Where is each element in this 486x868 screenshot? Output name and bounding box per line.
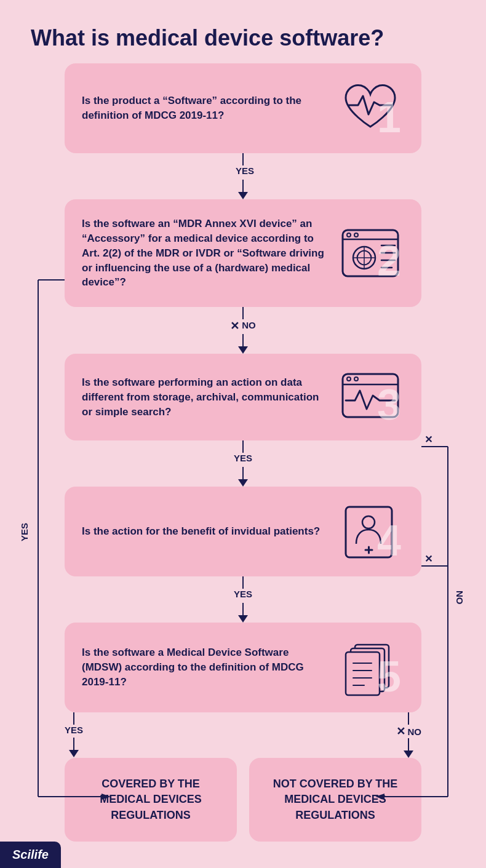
outcome-covered-text: COVERED BY THE MEDICAL DEVICES REGULATIO… <box>77 776 225 823</box>
outcomes-row: COVERED BY THE MEDICAL DEVICES REGULATIO… <box>65 758 421 842</box>
connector-1-2: YES <box>232 153 254 199</box>
step-5-number: 5 <box>377 655 401 698</box>
outcome-not-covered: NOT COVERED BY THE MEDICAL DEVICES REGUL… <box>249 758 421 842</box>
outcome-not-covered-text: NOT COVERED BY THE MEDICAL DEVICES REGUL… <box>261 776 409 823</box>
yes-label-4: YES <box>234 589 252 599</box>
step-5-wrapper: Is the software a Medical Device Softwar… <box>65 623 421 712</box>
footer: Scilife <box>0 842 61 868</box>
flowchart: Is the product a “Software” according to… <box>0 63 486 868</box>
step-5-question: Is the software a Medical Device Softwar… <box>82 645 337 689</box>
connector-2-3: ✕ NO <box>230 307 256 354</box>
step-2-question: Is the software an “MDR Annex XVI device… <box>82 217 337 290</box>
connector-3-4: YES <box>234 440 252 487</box>
step-2-wrapper: Is the software an “MDR Annex XVI device… <box>65 199 421 307</box>
step-4-number: 4 <box>377 519 401 562</box>
x-mark-2: ✕ <box>230 319 239 333</box>
no-label-2: NO <box>242 320 256 330</box>
yes-label-1: YES <box>236 165 254 176</box>
svg-point-13 <box>347 377 351 381</box>
step-4-box: Is the action for the benefit of invidua… <box>65 487 421 576</box>
connector-5-outcomes: YES ✕ NO <box>65 712 421 758</box>
step-4-icon: 4 <box>337 504 404 559</box>
yes-label-3: YES <box>234 453 252 463</box>
svg-rect-21 <box>346 652 380 695</box>
x-mark-5: ✕ <box>396 725 405 738</box>
page-title: What is medical device software? <box>0 0 486 63</box>
svg-point-14 <box>354 377 358 381</box>
step-3-icon: 3 <box>337 371 404 423</box>
step-3-question: Is the software performing an action on … <box>82 375 337 419</box>
step-3-wrapper: Is the software performing an action on … <box>65 354 421 440</box>
no-branch: ✕ NO <box>396 712 422 758</box>
step-1-question: Is the product a “Software” according to… <box>82 94 337 123</box>
step-3-box: Is the software performing an action on … <box>65 354 421 440</box>
yes-branch: YES <box>65 712 83 757</box>
no-label-5: NO <box>408 727 422 737</box>
step-1-number: 1 <box>377 96 401 139</box>
brand-name: Scilife <box>12 848 49 861</box>
step-5-icon: 5 <box>337 640 404 695</box>
step-4-question: Is the action for the benefit of invidua… <box>82 524 337 539</box>
connector-4-5: YES <box>234 576 252 623</box>
step-2-number: 2 <box>377 239 401 282</box>
svg-point-2 <box>347 233 351 237</box>
svg-point-16 <box>362 516 375 528</box>
yes-label-5: YES <box>65 725 83 735</box>
step-5-box: Is the software a Medical Device Softwar… <box>65 623 421 712</box>
step-1-icon: 1 <box>337 81 404 136</box>
outcome-covered: COVERED BY THE MEDICAL DEVICES REGULATIO… <box>65 758 237 842</box>
step-2-icon: 2 <box>337 227 404 279</box>
step-3-number: 3 <box>377 383 401 426</box>
step-4-wrapper: Is the action for the benefit of invidua… <box>65 487 421 576</box>
svg-point-3 <box>354 233 358 237</box>
step-1-box: Is the product a “Software” according to… <box>65 63 421 153</box>
step-2-box: Is the software an “MDR Annex XVI device… <box>65 199 421 307</box>
